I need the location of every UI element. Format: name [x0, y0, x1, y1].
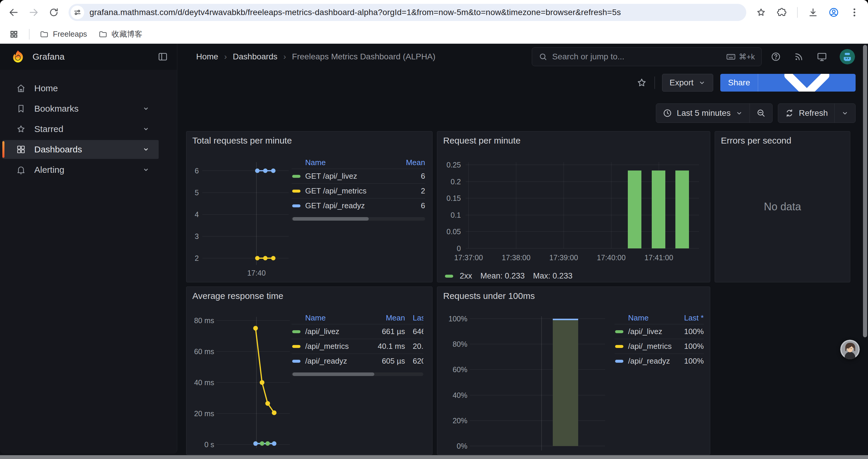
- legend-col-name[interactable]: Name: [615, 314, 674, 323]
- bookmark-item[interactable]: Freeleaps: [39, 29, 87, 39]
- legend-row[interactable]: /api/_livez661 µs646 µs: [291, 324, 423, 339]
- chevron-down-icon[interactable]: [142, 125, 150, 133]
- legend-row[interactable]: /api/_metrics40.1 ms20.5 ms: [291, 339, 423, 354]
- vertical-scrollbar[interactable]: [863, 45, 867, 337]
- grafana-logo-icon[interactable]: [11, 49, 25, 64]
- grafana-app: Grafana Home›Dashboards›Freeleaps Metric…: [0, 44, 868, 455]
- chevron-down-icon: [698, 79, 706, 87]
- legend-value: 20.5 ms: [405, 342, 423, 351]
- sidebar-toggle-icon[interactable]: [157, 52, 168, 62]
- legend-col-name[interactable]: Name: [291, 158, 399, 167]
- svg-text:0.05: 0.05: [446, 227, 461, 236]
- back-icon[interactable]: [8, 7, 19, 18]
- sidebar-item-label: Dashboards: [34, 144, 82, 155]
- bookmark-item[interactable]: 收藏博客: [98, 29, 143, 39]
- time-range-picker[interactable]: Last 5 minutes: [656, 104, 749, 123]
- extensions-icon[interactable]: [776, 7, 787, 18]
- svg-text:6: 6: [195, 167, 199, 175]
- svg-text:20%: 20%: [453, 417, 467, 425]
- legend-row[interactable]: GET /api/_readyz6: [291, 198, 425, 213]
- site-settings-icon[interactable]: [71, 6, 84, 19]
- bookmarks-bar: Freeleaps收藏博客: [0, 25, 868, 44]
- profile-icon[interactable]: [829, 7, 839, 18]
- sidebar-item-home[interactable]: Home: [2, 79, 159, 98]
- legend-inline[interactable]: 2xx Mean: 0.233 Max: 0.233: [445, 271, 572, 281]
- legend-row[interactable]: /api/_readyz605 µs620 µs: [291, 354, 423, 368]
- series-label: /api/_metrics: [305, 342, 349, 351]
- panel-title[interactable]: Request per minute: [443, 136, 521, 145]
- legend-scrollbar[interactable]: [291, 217, 425, 221]
- folder-icon: [98, 30, 107, 39]
- chevron-down-icon[interactable]: [142, 165, 150, 174]
- legend-scrollbar[interactable]: [291, 372, 423, 376]
- url-bar[interactable]: grafana.mathmast.com/d/deytv4rwavabkb/fr…: [68, 4, 746, 21]
- legend-row[interactable]: /api/_readyz100%: [615, 354, 704, 368]
- forward-icon[interactable]: [28, 7, 39, 18]
- sidebar-item-label: Alerting: [34, 165, 64, 175]
- panel-title[interactable]: Requests under 100ms: [443, 291, 535, 301]
- panel-title[interactable]: Total requests per minute: [192, 136, 292, 145]
- legend-row[interactable]: GET /api/_metrics2: [291, 184, 425, 198]
- legend-col-name[interactable]: Name: [291, 314, 370, 323]
- legend-scrollbar-thumb[interactable]: [292, 372, 374, 376]
- brand-area: Grafana: [0, 44, 177, 70]
- legend-row[interactable]: /api/_livez100%: [615, 324, 704, 339]
- search-placeholder: Search or jump to...: [552, 52, 721, 61]
- series-mean: Mean: 0.233: [480, 271, 525, 281]
- series-color-pill: [615, 330, 623, 333]
- breadcrumb-item[interactable]: Home: [196, 52, 218, 61]
- chevron-down-icon: [841, 109, 849, 117]
- news-rss-icon[interactable]: [794, 52, 804, 62]
- apps-grid-icon[interactable]: [9, 29, 19, 39]
- svg-text:60 ms: 60 ms: [194, 347, 214, 356]
- zoom-out-button[interactable]: [749, 104, 772, 123]
- legend-header: NameMean: [291, 156, 425, 169]
- legend-row[interactable]: GET /api/_livez6: [291, 169, 425, 184]
- sidebar-item-starred[interactable]: Starred: [2, 120, 159, 138]
- panel-request-per-minute: Request per minute 0.250.20.150.10.05017…: [437, 131, 710, 282]
- chevron-down-icon[interactable]: [142, 145, 150, 154]
- legend-col-1[interactable]: Mean: [370, 314, 405, 323]
- breadcrumb-item[interactable]: Freeleaps Metrics Dashboard (ALPHA): [292, 52, 435, 61]
- legend-row[interactable]: /api/_metrics100%: [615, 339, 704, 354]
- series-color-pill: [292, 345, 301, 348]
- bar-chart-request-per-minute[interactable]: 0.250.20.150.10.05017:37:0017:38:0017:39…: [439, 156, 704, 267]
- downloads-icon[interactable]: [808, 7, 818, 18]
- kiosk-monitor-icon[interactable]: [816, 52, 827, 62]
- menu-kebab-icon[interactable]: [849, 7, 860, 18]
- refresh-interval-button[interactable]: [834, 104, 855, 123]
- share-button[interactable]: Share: [720, 74, 758, 92]
- horizontal-scrollbar[interactable]: [0, 455, 868, 459]
- legend-col-1[interactable]: Last *: [674, 314, 704, 323]
- reload-icon[interactable]: [49, 7, 59, 18]
- sidebar-item-bookmarks[interactable]: Bookmarks: [2, 99, 159, 118]
- chevron-down-icon[interactable]: [142, 104, 150, 113]
- home-icon: [16, 83, 26, 93]
- line-chart-average-response[interactable]: 80 ms60 ms40 ms20 ms0 s17:40: [188, 312, 291, 451]
- star-dashboard-icon[interactable]: [636, 77, 647, 88]
- search-input[interactable]: Search or jump to... ⌘+k: [532, 47, 762, 66]
- breadcrumb-item[interactable]: Dashboards: [233, 52, 277, 61]
- bookmark-page-icon[interactable]: [756, 7, 766, 18]
- sidebar-item-dashboards[interactable]: Dashboards: [2, 140, 159, 159]
- series-name: 2xx: [460, 271, 472, 281]
- line-chart-total-requests[interactable]: 6543217:40: [188, 156, 291, 278]
- user-avatar[interactable]: [840, 49, 855, 64]
- legend-series-name: GET /api/_readyz: [291, 201, 399, 210]
- help-icon[interactable]: [771, 52, 781, 62]
- legend-col-2[interactable]: Last *: [405, 314, 423, 323]
- url-text[interactable]: grafana.mathmast.com/d/deytv4rwavabkb/fr…: [90, 8, 621, 17]
- panel-title[interactable]: Average response time: [192, 291, 283, 301]
- series-label: /api/_metrics: [628, 342, 672, 351]
- legend-scrollbar-thumb[interactable]: [292, 217, 369, 221]
- panel-total-requests: Total requests per minute 6543217:40 Nam…: [186, 131, 433, 282]
- export-button[interactable]: Export: [662, 74, 713, 92]
- keyboard-icon: [726, 52, 736, 62]
- refresh-button[interactable]: Refresh: [778, 104, 834, 123]
- sidebar-item-alerting[interactable]: Alerting: [2, 160, 159, 179]
- panel-errors-per-second: Errors per second No data: [715, 131, 850, 282]
- assistant-avatar[interactable]: [840, 340, 860, 359]
- legend-col-1[interactable]: Mean: [399, 158, 425, 167]
- bar-chart-requests-under-100ms[interactable]: 100%80%60%40%20%0%17:40: [439, 312, 609, 454]
- share-menu-button[interactable]: [758, 74, 856, 92]
